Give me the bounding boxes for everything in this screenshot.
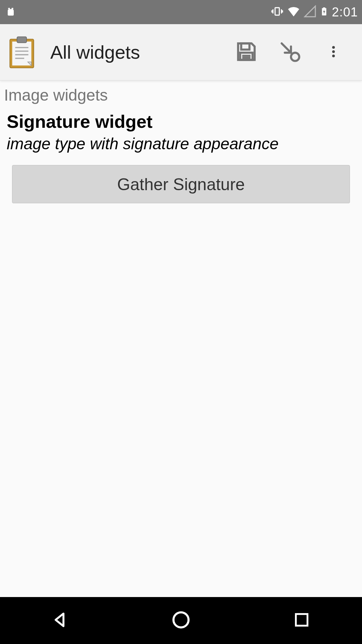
svg-point-22 [174, 612, 189, 628]
svg-point-19 [332, 46, 335, 49]
svg-rect-14 [241, 43, 250, 50]
home-button[interactable] [168, 607, 194, 634]
svg-rect-6 [323, 7, 325, 8]
back-icon [51, 610, 70, 631]
vibrate-icon [271, 5, 284, 19]
goto-button[interactable] [268, 31, 312, 74]
more-vert-icon [326, 44, 341, 60]
status-left [4, 5, 17, 19]
wifi-icon [287, 5, 300, 19]
save-icon [234, 39, 259, 65]
overflow-menu-button[interactable] [312, 31, 355, 74]
svg-rect-9 [17, 37, 27, 43]
content-area: Image widgets Signature widget image typ… [0, 80, 362, 211]
save-button[interactable] [225, 31, 268, 74]
svg-point-21 [332, 54, 335, 57]
recent-button[interactable] [288, 607, 315, 634]
svg-rect-23 [296, 614, 308, 626]
svg-rect-3 [8, 9, 14, 11]
app-title: All widgets [50, 41, 225, 63]
navigation-bar [0, 597, 362, 644]
status-right: 2:01 [271, 5, 358, 19]
home-icon [171, 610, 191, 631]
widget-subtitle: image type with signature appearance [4, 133, 358, 161]
widget-title: Signature widget [4, 108, 358, 133]
status-bar: 2:01 [0, 0, 362, 24]
svg-point-18 [291, 53, 299, 61]
status-time: 2:01 [332, 5, 358, 19]
android-debug-icon [4, 5, 17, 19]
gather-signature-button[interactable]: Gather Signature [12, 165, 350, 203]
svg-rect-4 [275, 8, 280, 15]
cell-signal-icon [304, 5, 316, 19]
back-button[interactable] [47, 607, 74, 634]
battery-charging-icon [320, 5, 328, 19]
clipboard-icon [7, 36, 37, 69]
section-header: Image widgets [4, 85, 358, 108]
app-bar: All widgets [0, 24, 362, 80]
arrow-circle-icon [278, 39, 302, 65]
svg-point-20 [332, 50, 335, 53]
recent-icon [293, 611, 310, 630]
